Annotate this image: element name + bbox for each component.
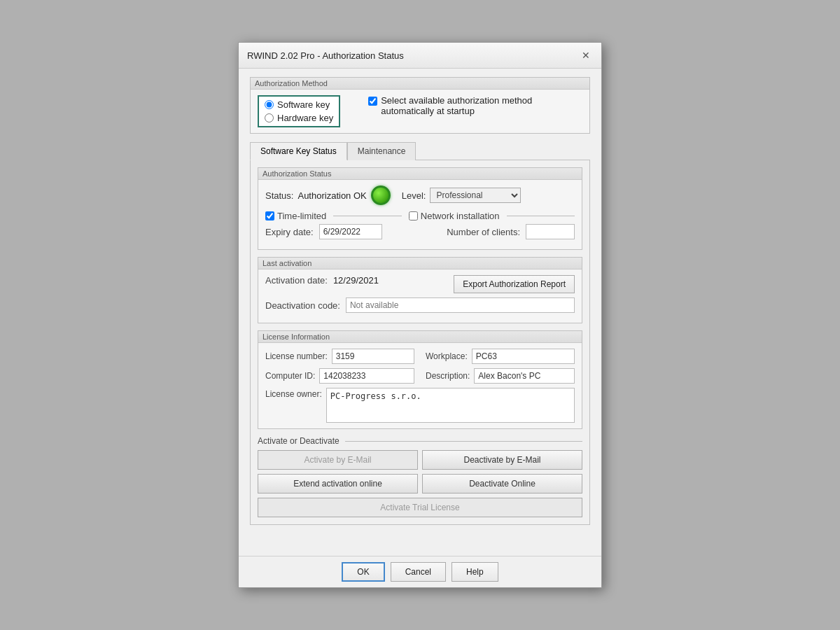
- level-select[interactable]: Professional: [430, 188, 521, 203]
- dialog-title: RWIND 2.02 Pro - Authorization Status: [247, 50, 404, 61]
- last-activation-title: Last activation: [258, 258, 582, 270]
- auth-method-title: Authorization Method: [251, 78, 589, 90]
- activate-section: Activate or Deactivate Activate by E-Mai…: [258, 436, 582, 517]
- activation-left: Activation date: 12/29/2021: [265, 275, 447, 290]
- activate-email-button[interactable]: Activate by E-Mail: [258, 450, 418, 470]
- level-label: Level:: [402, 190, 426, 201]
- radio-group: Software key Hardware key: [258, 95, 340, 127]
- status-text: Authorization OK: [298, 190, 366, 201]
- divider: [333, 216, 401, 216]
- license-number-field[interactable]: [332, 349, 414, 364]
- time-limited-row: Time-limited Network installation: [265, 211, 575, 221]
- last-activation-content: Activation date: 12/29/2021 Export Autho…: [258, 270, 582, 323]
- hardware-key-label: Hardware key: [277, 113, 333, 123]
- computer-id-field[interactable]: [319, 368, 414, 384]
- expiry-field[interactable]: [319, 224, 382, 239]
- auth-status-section: Authorization Status Status: Authorizati…: [258, 167, 582, 250]
- close-button[interactable]: ✕: [579, 48, 593, 62]
- auth-method-row: Software key Hardware key Select availab…: [258, 95, 582, 127]
- network-install-label[interactable]: Network installation: [409, 211, 500, 221]
- activate-label-row: Activate or Deactivate: [258, 436, 582, 446]
- deactivate-online-button[interactable]: Deactivate Online: [422, 474, 582, 493]
- status-label: Status:: [265, 190, 293, 201]
- description-label: Description:: [426, 371, 470, 381]
- time-limited-checkbox-label[interactable]: Time-limited: [265, 211, 326, 221]
- tab-software-key-status[interactable]: Software Key Status: [250, 142, 347, 160]
- software-key-label: Software key: [277, 99, 330, 110]
- deactivate-email-button[interactable]: Deactivate by E-Mail: [422, 450, 582, 470]
- network-install-text: Network installation: [421, 211, 500, 221]
- auth-method-group: Authorization Method Software key Hardwa…: [250, 77, 590, 134]
- description-row: Description:: [426, 368, 575, 384]
- software-key-option[interactable]: Software key: [265, 99, 333, 110]
- clients-label: Number of clients:: [447, 227, 520, 237]
- status-indicator-green: [371, 186, 391, 205]
- auto-select-checkbox[interactable]: [368, 97, 377, 106]
- activate-divider: [345, 441, 582, 442]
- auth-method-content: Software key Hardware key Select availab…: [251, 90, 589, 133]
- license-info-content: License number: Workplace: Computer ID:: [258, 343, 582, 428]
- dialog-body: Authorization Method Software key Hardwa…: [239, 69, 601, 556]
- auth-status-content: Status: Authorization OK Level: Professi…: [258, 180, 582, 249]
- license-number-label: License number:: [265, 351, 328, 361]
- expiry-clients-row: Expiry date: Number of clients:: [265, 224, 575, 239]
- dialog-footer: OK Cancel Help: [239, 556, 601, 587]
- software-key-radio[interactable]: [265, 100, 274, 109]
- cancel-button[interactable]: Cancel: [391, 562, 446, 582]
- deact-code-label: Deactivation code:: [265, 300, 340, 311]
- title-bar: RWIND 2.02 Pro - Authorization Status ✕: [239, 43, 601, 69]
- divider2: [507, 216, 575, 216]
- deact-code-row: Deactivation code:: [265, 298, 575, 313]
- computer-id-row: Computer ID:: [265, 368, 414, 384]
- clients-field[interactable]: [526, 224, 575, 239]
- license-number-row: License number:: [265, 349, 414, 364]
- tab-bar: Software Key Status Maintenance: [250, 142, 590, 160]
- hardware-key-option[interactable]: Hardware key: [265, 113, 333, 123]
- license-owner-row: License owner: PC-Progress s.r.o.: [265, 388, 575, 423]
- time-limited-label: Time-limited: [277, 211, 326, 221]
- hardware-key-radio[interactable]: [265, 113, 274, 122]
- computer-id-label: Computer ID:: [265, 371, 315, 381]
- activate-trial-button[interactable]: Activate Trial License: [258, 498, 582, 517]
- authorization-dialog: RWIND 2.02 Pro - Authorization Status ✕ …: [238, 42, 602, 588]
- extend-online-button[interactable]: Extend activation online: [258, 474, 418, 493]
- deact-code-field[interactable]: [346, 298, 575, 313]
- activate-button-grid: Activate by E-Mail Deactivate by E-Mail …: [258, 450, 582, 517]
- license-owner-label: License owner:: [265, 389, 322, 399]
- help-button[interactable]: Help: [451, 562, 498, 582]
- auth-status-title: Authorization Status: [258, 168, 582, 180]
- tab-maintenance[interactable]: Maintenance: [347, 142, 416, 160]
- workplace-field[interactable]: [472, 349, 575, 364]
- last-activation-section: Last activation Activation date: 12/29/2…: [258, 257, 582, 323]
- auto-select-row: Select available authorization method au…: [354, 95, 582, 116]
- auto-select-label: Select available authorization method au…: [381, 95, 582, 116]
- workplace-label: Workplace:: [426, 351, 468, 361]
- license-info-title: License Information: [258, 331, 582, 343]
- network-install-checkbox[interactable]: [409, 211, 418, 220]
- expiry-label: Expiry date:: [265, 227, 314, 237]
- activation-right: Export Authorization Report: [454, 275, 575, 293]
- license-owner-field[interactable]: PC-Progress s.r.o.: [326, 388, 575, 423]
- activation-date-label: Activation date:: [265, 275, 328, 286]
- export-report-button[interactable]: Export Authorization Report: [454, 275, 575, 293]
- time-limited-checkbox[interactable]: [265, 211, 274, 220]
- tab-content: Authorization Status Status: Authorizati…: [250, 160, 590, 525]
- description-field[interactable]: [474, 368, 575, 384]
- ok-button[interactable]: OK: [342, 562, 384, 582]
- activation-date-row: Activation date: 12/29/2021 Export Autho…: [265, 275, 575, 293]
- activate-section-label: Activate or Deactivate: [258, 436, 340, 446]
- license-info-section: License Information License number: Work…: [258, 330, 582, 429]
- status-indicator-row: Status: Authorization OK Level: Professi…: [265, 186, 575, 205]
- activation-date-form-row: Activation date: 12/29/2021: [265, 275, 447, 286]
- workplace-row: Workplace:: [426, 349, 575, 364]
- activation-date-value: 12/29/2021: [333, 275, 379, 286]
- license-grid: License number: Workplace: Computer ID:: [265, 349, 575, 384]
